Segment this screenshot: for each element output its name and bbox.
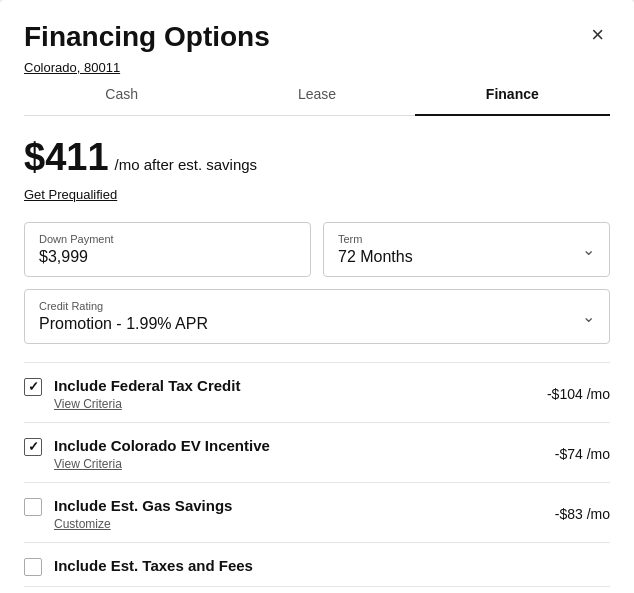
incentive-info-taxes-fees: Include Est. Taxes and Fees <box>54 557 610 574</box>
price-section: $411 /mo after est. savings <box>24 136 610 179</box>
credit-rating-label: Credit Rating <box>39 300 208 312</box>
checkbox-gas-savings[interactable] <box>24 498 42 516</box>
incentive-link-colorado-ev[interactable]: View Criteria <box>54 457 122 471</box>
checkbox-taxes-fees[interactable] <box>24 558 42 576</box>
incentive-link-gas-savings[interactable]: Customize <box>54 517 111 531</box>
tab-lease[interactable]: Lease <box>219 76 414 116</box>
location-subtitle[interactable]: Colorado, 80011 <box>24 60 120 75</box>
tabs-container: CashLeaseFinance <box>24 76 610 116</box>
incentive-item-gas-savings: Include Est. Gas SavingsCustomize-$83 /m… <box>24 483 610 543</box>
credit-rating-chevron-icon: ⌄ <box>582 307 595 326</box>
tab-finance[interactable]: Finance <box>415 76 610 116</box>
close-button[interactable]: × <box>585 22 610 48</box>
term-label: Term <box>338 233 582 245</box>
incentive-amount-federal-tax: -$104 /mo <box>547 386 610 402</box>
modal-title: Financing Options <box>24 20 270 54</box>
credit-rating-value: Promotion - 1.99% APR <box>39 315 208 332</box>
down-payment-field[interactable]: Down Payment $3,999 <box>24 222 311 277</box>
incentive-amount-colorado-ev: -$74 /mo <box>555 446 610 462</box>
credit-rating-field[interactable]: Credit Rating Promotion - 1.99% APR ⌄ <box>24 289 610 344</box>
down-payment-value: $3,999 <box>39 248 88 265</box>
modal-header: Financing Options × <box>24 20 610 54</box>
down-payment-label: Down Payment <box>39 233 296 245</box>
term-value: 72 Months <box>338 248 413 265</box>
financing-options-modal: Financing Options × Colorado, 80011 Cash… <box>0 0 634 593</box>
tab-cash[interactable]: Cash <box>24 76 219 116</box>
price-line: $411 /mo after est. savings <box>24 136 610 179</box>
incentive-name-taxes-fees: Include Est. Taxes and Fees <box>54 557 610 574</box>
incentive-info-federal-tax: Include Federal Tax CreditView Criteria <box>54 377 535 412</box>
credit-rating-left: Credit Rating Promotion - 1.99% APR <box>39 300 208 333</box>
checkmark-icon: ✓ <box>28 440 39 453</box>
incentive-name-colorado-ev: Include Colorado EV Incentive <box>54 437 543 454</box>
term-field-left: Term 72 Months <box>338 233 582 266</box>
incentive-item-federal-tax: ✓Include Federal Tax CreditView Criteria… <box>24 363 610 423</box>
checkbox-federal-tax[interactable]: ✓ <box>24 378 42 396</box>
price-amount: $411 <box>24 136 109 179</box>
checkbox-colorado-ev[interactable]: ✓ <box>24 438 42 456</box>
price-unit: /mo after est. savings <box>115 156 258 173</box>
fields-row: Down Payment $3,999 Term 72 Months ⌄ <box>24 222 610 277</box>
incentive-list: ✓Include Federal Tax CreditView Criteria… <box>24 362 610 587</box>
incentive-name-federal-tax: Include Federal Tax Credit <box>54 377 535 394</box>
incentive-item-taxes-fees: Include Est. Taxes and Fees <box>24 543 610 587</box>
term-field[interactable]: Term 72 Months ⌄ <box>323 222 610 277</box>
incentive-info-colorado-ev: Include Colorado EV IncentiveView Criter… <box>54 437 543 472</box>
term-chevron-icon: ⌄ <box>582 240 595 259</box>
incentive-link-federal-tax[interactable]: View Criteria <box>54 397 122 411</box>
checkmark-icon: ✓ <box>28 380 39 393</box>
get-prequalified-link[interactable]: Get Prequalified <box>24 187 117 202</box>
incentive-info-gas-savings: Include Est. Gas SavingsCustomize <box>54 497 543 532</box>
incentive-item-colorado-ev: ✓Include Colorado EV IncentiveView Crite… <box>24 423 610 483</box>
incentive-amount-gas-savings: -$83 /mo <box>555 506 610 522</box>
incentive-name-gas-savings: Include Est. Gas Savings <box>54 497 543 514</box>
